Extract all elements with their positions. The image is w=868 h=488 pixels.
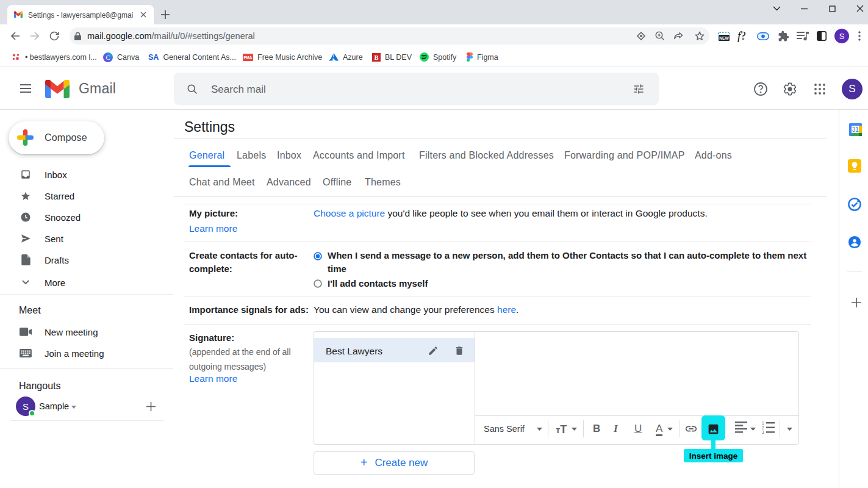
- svg-text:B: B: [374, 54, 378, 61]
- svg-text:31: 31: [852, 126, 859, 133]
- svg-text:NEW: NEW: [719, 36, 729, 40]
- svg-text:2: 2: [762, 426, 764, 430]
- svg-text:FMA: FMA: [244, 55, 253, 59]
- svg-text:1: 1: [762, 422, 764, 425]
- svg-text:3: 3: [762, 430, 764, 434]
- svg-text:C: C: [106, 54, 110, 60]
